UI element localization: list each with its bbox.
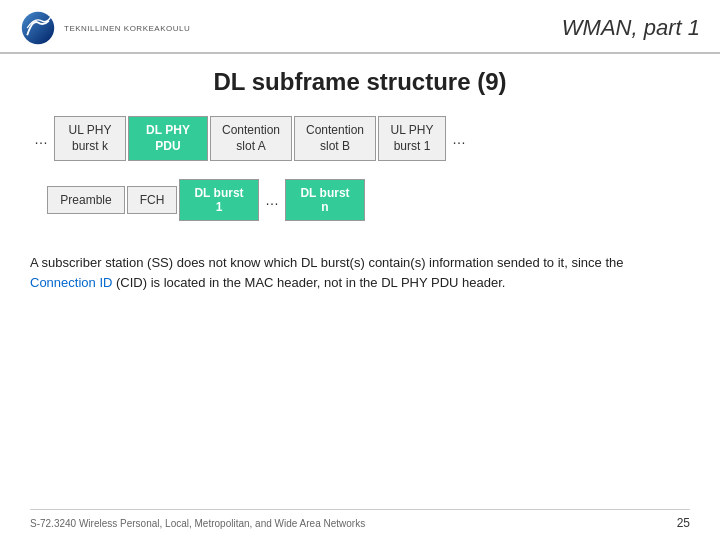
sub-diagram-container: Preamble FCH DL burst 1 … DL burst n bbox=[38, 175, 690, 237]
box-dl-phy-pdu: DL PHYPDU bbox=[128, 116, 208, 161]
footer: S-72.3240 Wireless Personal, Local, Metr… bbox=[30, 509, 690, 530]
paragraph-highlight: Connection ID bbox=[30, 275, 112, 290]
sub-box-dl-burst1: DL burst 1 bbox=[179, 179, 259, 221]
header: TEKNILLINEN KORKEAKOULU WMAN, part 1 bbox=[0, 0, 720, 54]
main-content: DL subframe structure (9) … UL PHYburst … bbox=[0, 54, 720, 317]
box-contention-a: Contentionslot A bbox=[210, 116, 292, 161]
slide-title: DL subframe structure (9) bbox=[30, 68, 690, 96]
svg-point-0 bbox=[22, 12, 54, 44]
logo-icon bbox=[20, 10, 56, 46]
sub-box-fch: FCH bbox=[127, 186, 177, 214]
box-contention-b: Contentionslot B bbox=[294, 116, 376, 161]
dots-right: … bbox=[448, 131, 470, 147]
box-ul-phy-1: UL PHYburst 1 bbox=[378, 116, 446, 161]
paragraph-text-before: A subscriber station (SS) does not know … bbox=[30, 255, 623, 270]
paragraph: A subscriber station (SS) does not know … bbox=[30, 253, 690, 293]
box-ul-phy-k: UL PHYburst k bbox=[54, 116, 126, 161]
paragraph-text-after: (CID) is located in the MAC header, not … bbox=[112, 275, 505, 290]
diagram-row: … UL PHYburst k DL PHYPDU Contentionslot… bbox=[30, 116, 690, 161]
logo-text: TEKNILLINEN KORKEAKOULU bbox=[64, 24, 190, 33]
logo-area: TEKNILLINEN KORKEAKOULU bbox=[20, 10, 190, 46]
footer-page: 25 bbox=[677, 516, 690, 530]
header-title: WMAN, part 1 bbox=[562, 15, 700, 41]
sub-box-preamble: Preamble bbox=[47, 186, 125, 214]
sub-diagram: Preamble FCH DL burst 1 … DL burst n bbox=[39, 179, 365, 221]
dots-left: … bbox=[30, 131, 52, 147]
sub-box-dl-burstn: DL burst n bbox=[285, 179, 365, 221]
footer-course: S-72.3240 Wireless Personal, Local, Metr… bbox=[30, 518, 365, 529]
sub-dots: … bbox=[261, 192, 283, 208]
